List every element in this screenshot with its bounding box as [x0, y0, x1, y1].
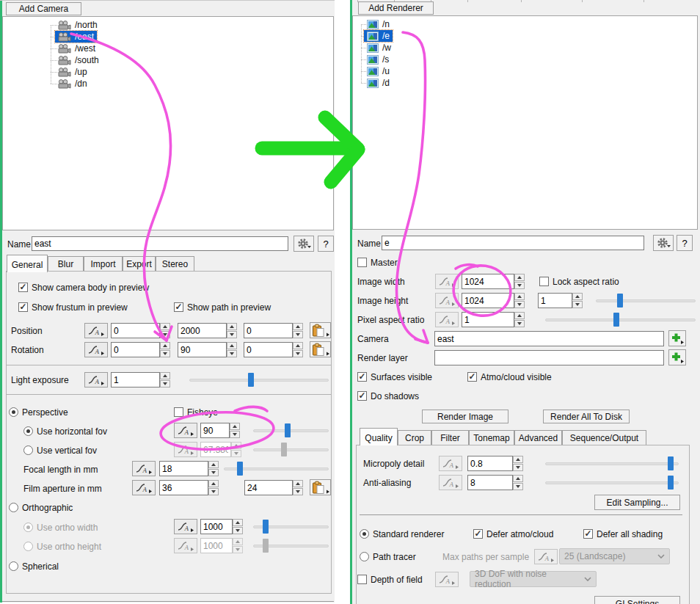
tree-item-d[interactable]: /d	[364, 77, 393, 89]
help-button[interactable]: ?	[677, 235, 693, 251]
pixel-aspect-input[interactable]	[462, 312, 514, 327]
height-multiplier-slider[interactable]	[596, 299, 696, 302]
antialiasing-spinner[interactable]	[513, 475, 523, 490]
lock-aspect-checkbox[interactable]	[539, 277, 549, 286]
render-image-button[interactable]: Render Image	[422, 410, 508, 423]
horizontal-fov-input[interactable]	[200, 423, 230, 438]
edit-sampling-button[interactable]: Edit Sampling...	[594, 495, 680, 510]
tab-crop[interactable]: Crop	[398, 430, 431, 445]
light-exposure-spinner[interactable]	[160, 372, 170, 387]
render-all-to-disk-button[interactable]: Render All To Disk	[543, 410, 630, 423]
horizontal-fov-spinner[interactable]	[230, 423, 240, 438]
position-z-spinner[interactable]	[293, 323, 303, 338]
defer-atmo-checkbox[interactable]	[473, 529, 483, 539]
rotation-copy-paste-button[interactable]	[310, 341, 331, 357]
renderer-tree[interactable]: /n /e /w /s /u /d	[352, 15, 698, 230]
light-exposure-slider-handle[interactable]	[248, 373, 254, 387]
ortho-width-input[interactable]	[200, 519, 233, 534]
master-checkbox[interactable]	[357, 258, 367, 267]
pixel-aspect-spinner[interactable]	[514, 312, 525, 327]
rotation-animation-button[interactable]: A	[84, 342, 108, 357]
standard-renderer-radio[interactable]	[360, 529, 369, 539]
tree-item-north[interactable]: /north	[55, 19, 101, 31]
tab-blur[interactable]: Blur	[48, 256, 84, 271]
tree-item-w[interactable]: /w	[364, 42, 394, 54]
rotation-x-spinner[interactable]	[160, 342, 170, 357]
antialiasing-input[interactable]	[467, 475, 513, 490]
tab-stereo[interactable]: Stereo	[156, 256, 194, 271]
film-aperture-copy-paste-button[interactable]	[310, 479, 331, 495]
tree-item-south[interactable]: /south	[55, 54, 102, 66]
path-tracer-radio[interactable]	[360, 552, 369, 561]
tab-import[interactable]: Import	[84, 256, 123, 271]
name-input[interactable]	[32, 236, 288, 251]
tree-item-u[interactable]: /u	[364, 65, 393, 77]
tree-item-dn[interactable]: /dn	[55, 78, 90, 90]
add-renderer-button[interactable]: Add Renderer	[358, 1, 434, 15]
focal-length-input[interactable]	[159, 461, 208, 476]
height-multiplier-input[interactable]	[538, 293, 572, 308]
film-aperture-animation-button[interactable]: A	[132, 480, 156, 495]
horizontal-fov-radio[interactable]	[23, 426, 33, 436]
vertical-fov-radio[interactable]	[23, 445, 33, 455]
antialiasing-slider[interactable]	[545, 481, 679, 484]
pixel-aspect-slider-handle[interactable]	[613, 313, 619, 327]
show-frustum-checkbox[interactable]	[18, 302, 28, 312]
image-height-input[interactable]	[462, 293, 514, 308]
film-aperture-height-spinner[interactable]	[293, 480, 303, 495]
horizontal-fov-slider-handle[interactable]	[285, 423, 291, 437]
name-input[interactable]	[382, 236, 644, 250]
camera-assign-button[interactable]	[668, 330, 686, 346]
light-exposure-slider[interactable]	[189, 379, 329, 382]
focal-length-slider-handle[interactable]	[237, 462, 243, 476]
render-layer-assign-button[interactable]	[668, 349, 686, 365]
film-aperture-width-spinner[interactable]	[208, 480, 219, 495]
micropoly-detail-input[interactable]	[467, 456, 513, 471]
height-multiplier-slider-handle[interactable]	[617, 294, 623, 308]
image-width-input[interactable]	[462, 274, 514, 289]
antialiasing-slider-handle[interactable]	[668, 476, 674, 490]
focal-length-spinner[interactable]	[208, 461, 219, 476]
spherical-radio[interactable]	[9, 561, 18, 571]
rotation-z-input[interactable]	[244, 342, 293, 357]
pixel-aspect-slider[interactable]	[545, 319, 696, 321]
tree-item-e[interactable]: /e	[364, 30, 393, 42]
position-y-input[interactable]	[178, 323, 227, 338]
atmo-visible-checkbox[interactable]	[467, 372, 477, 382]
height-multiplier-spinner[interactable]	[572, 293, 583, 308]
position-x-spinner[interactable]	[160, 323, 170, 338]
tab-filter[interactable]: Filter	[431, 430, 469, 445]
position-y-spinner[interactable]	[227, 323, 237, 338]
light-exposure-input[interactable]	[111, 372, 160, 387]
position-x-input[interactable]	[111, 323, 160, 338]
tree-item-up[interactable]: /up	[55, 66, 90, 78]
add-camera-button[interactable]: Add Camera	[6, 2, 81, 15]
surfaces-visible-checkbox[interactable]	[357, 372, 367, 382]
image-width-spinner[interactable]	[514, 274, 525, 289]
depth-of-field-checkbox[interactable]	[357, 575, 367, 584]
micropoly-detail-slider[interactable]	[545, 462, 679, 465]
micropoly-detail-spinner[interactable]	[513, 456, 523, 471]
micropoly-detail-slider-handle[interactable]	[668, 456, 674, 470]
camera-tree[interactable]: /north /east /west /south /up /dn	[2, 16, 334, 230]
settings-gear-button[interactable]	[653, 235, 674, 251]
horizontal-fov-slider[interactable]	[253, 429, 329, 432]
focal-length-animation-button[interactable]: A	[132, 461, 156, 476]
image-height-spinner[interactable]	[514, 293, 525, 308]
light-exposure-animation-button[interactable]: A	[84, 372, 108, 387]
ortho-width-spinner[interactable]	[233, 519, 243, 534]
show-camera-body-checkbox[interactable]	[18, 283, 28, 292]
do-shadows-checkbox[interactable]	[357, 391, 367, 401]
orthographic-radio[interactable]	[9, 503, 18, 512]
position-z-input[interactable]	[244, 323, 293, 338]
tab-advanced[interactable]: Advanced	[514, 430, 562, 445]
camera-input[interactable]	[434, 331, 664, 346]
defer-shading-checkbox[interactable]	[583, 529, 593, 539]
show-path-checkbox[interactable]	[174, 302, 183, 312]
perspective-radio[interactable]	[9, 407, 18, 417]
position-copy-paste-button[interactable]	[310, 322, 331, 338]
position-animation-button[interactable]: A	[84, 323, 108, 338]
tree-item-east[interactable]: /east	[55, 31, 97, 43]
film-aperture-width-input[interactable]	[159, 480, 208, 495]
ortho-width-slider-handle[interactable]	[263, 520, 269, 534]
